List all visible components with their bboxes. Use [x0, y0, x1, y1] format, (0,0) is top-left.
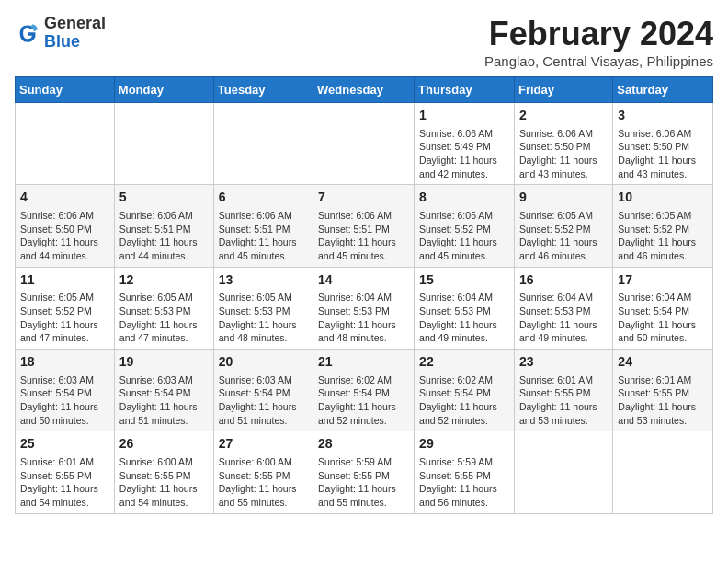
- calendar-cell: 15Sunrise: 6:04 AM Sunset: 5:53 PM Dayli…: [415, 267, 515, 349]
- day-info: Sunrise: 6:04 AM Sunset: 5:53 PM Dayligh…: [318, 291, 409, 345]
- calendar-cell: 27Sunrise: 6:00 AM Sunset: 5:55 PM Dayli…: [213, 431, 313, 513]
- calendar-cell: 16Sunrise: 6:04 AM Sunset: 5:53 PM Dayli…: [514, 267, 612, 349]
- calendar-cell: 4Sunrise: 6:06 AM Sunset: 5:50 PM Daylig…: [16, 185, 115, 267]
- day-info: Sunrise: 6:06 AM Sunset: 5:49 PM Dayligh…: [419, 127, 509, 181]
- day-number: 1: [419, 107, 509, 125]
- col-header-thursday: Thursday: [415, 77, 515, 103]
- logo-blue: Blue: [44, 33, 106, 52]
- day-number: 27: [219, 435, 308, 454]
- day-number: 22: [419, 353, 509, 372]
- day-number: 16: [519, 271, 608, 290]
- col-header-sunday: Sunday: [16, 77, 115, 103]
- day-info: Sunrise: 6:06 AM Sunset: 5:51 PM Dayligh…: [219, 209, 308, 263]
- day-info: Sunrise: 6:03 AM Sunset: 5:54 PM Dayligh…: [219, 373, 308, 428]
- calendar-cell: 9Sunrise: 6:05 AM Sunset: 5:52 PM Daylig…: [514, 185, 612, 267]
- day-info: Sunrise: 6:02 AM Sunset: 5:54 PM Dayligh…: [419, 373, 509, 428]
- calendar-cell: 24Sunrise: 6:01 AM Sunset: 5:55 PM Dayli…: [613, 350, 713, 431]
- day-number: 23: [519, 353, 608, 372]
- calendar-cell: [16, 103, 115, 185]
- day-info: Sunrise: 6:05 AM Sunset: 5:52 PM Dayligh…: [618, 209, 708, 263]
- calendar-cell: [613, 431, 713, 513]
- day-number: 29: [419, 435, 509, 454]
- calendar-cell: 17Sunrise: 6:04 AM Sunset: 5:54 PM Dayli…: [613, 267, 713, 349]
- day-number: 3: [618, 107, 708, 125]
- day-number: 25: [20, 435, 109, 454]
- logo-general: General: [44, 15, 106, 33]
- calendar-cell: 13Sunrise: 6:05 AM Sunset: 5:53 PM Dayli…: [213, 267, 313, 349]
- calendar-cell: 29Sunrise: 5:59 AM Sunset: 5:55 PM Dayli…: [415, 431, 515, 513]
- day-number: 8: [419, 189, 509, 207]
- day-info: Sunrise: 6:01 AM Sunset: 5:55 PM Dayligh…: [20, 455, 109, 510]
- calendar-cell: 14Sunrise: 6:04 AM Sunset: 5:53 PM Dayli…: [313, 267, 415, 349]
- day-number: 15: [419, 271, 509, 290]
- calendar-cell: 10Sunrise: 6:05 AM Sunset: 5:52 PM Dayli…: [613, 185, 713, 267]
- calendar-cell: 21Sunrise: 6:02 AM Sunset: 5:54 PM Dayli…: [313, 350, 415, 431]
- day-info: Sunrise: 6:04 AM Sunset: 5:53 PM Dayligh…: [419, 291, 509, 345]
- day-number: 21: [318, 353, 409, 372]
- day-info: Sunrise: 6:05 AM Sunset: 5:52 PM Dayligh…: [20, 291, 109, 345]
- day-number: 13: [219, 271, 308, 290]
- day-info: Sunrise: 6:05 AM Sunset: 5:53 PM Dayligh…: [119, 291, 209, 345]
- day-number: 10: [618, 189, 708, 207]
- day-info: Sunrise: 6:06 AM Sunset: 5:50 PM Dayligh…: [519, 127, 608, 181]
- calendar-cell: [213, 103, 313, 185]
- calendar-cell: 20Sunrise: 6:03 AM Sunset: 5:54 PM Dayli…: [213, 350, 313, 431]
- day-info: Sunrise: 6:01 AM Sunset: 5:55 PM Dayligh…: [519, 373, 608, 428]
- calendar-cell: 23Sunrise: 6:01 AM Sunset: 5:55 PM Dayli…: [514, 350, 612, 431]
- day-info: Sunrise: 5:59 AM Sunset: 5:55 PM Dayligh…: [419, 455, 509, 510]
- day-info: Sunrise: 6:03 AM Sunset: 5:54 PM Dayligh…: [119, 373, 209, 428]
- calendar-cell: 11Sunrise: 6:05 AM Sunset: 5:52 PM Dayli…: [16, 267, 115, 349]
- day-number: 20: [219, 353, 308, 372]
- calendar-title: February 2024: [484, 15, 713, 53]
- day-number: 26: [119, 435, 209, 454]
- day-number: 17: [618, 271, 708, 290]
- title-area: February 2024 Panglao, Central Visayas, …: [484, 15, 713, 69]
- day-info: Sunrise: 6:04 AM Sunset: 5:53 PM Dayligh…: [519, 291, 608, 345]
- day-number: 9: [519, 189, 608, 207]
- day-info: Sunrise: 6:06 AM Sunset: 5:52 PM Dayligh…: [419, 209, 509, 263]
- day-number: 24: [618, 353, 708, 372]
- calendar-cell: 1Sunrise: 6:06 AM Sunset: 5:49 PM Daylig…: [415, 103, 515, 185]
- calendar-cell: 6Sunrise: 6:06 AM Sunset: 5:51 PM Daylig…: [213, 185, 313, 267]
- day-number: 5: [119, 189, 209, 207]
- day-info: Sunrise: 6:06 AM Sunset: 5:51 PM Dayligh…: [318, 209, 409, 263]
- calendar-cell: 3Sunrise: 6:06 AM Sunset: 5:50 PM Daylig…: [613, 103, 713, 185]
- calendar-cell: 28Sunrise: 5:59 AM Sunset: 5:55 PM Dayli…: [313, 431, 415, 513]
- day-info: Sunrise: 5:59 AM Sunset: 5:55 PM Dayligh…: [318, 455, 409, 510]
- calendar-cell: 25Sunrise: 6:01 AM Sunset: 5:55 PM Dayli…: [16, 431, 115, 513]
- day-number: 7: [318, 189, 409, 207]
- day-info: Sunrise: 6:00 AM Sunset: 5:55 PM Dayligh…: [119, 455, 209, 510]
- day-info: Sunrise: 6:00 AM Sunset: 5:55 PM Dayligh…: [219, 455, 308, 510]
- calendar-cell: 18Sunrise: 6:03 AM Sunset: 5:54 PM Dayli…: [16, 350, 115, 431]
- day-number: 4: [20, 189, 109, 207]
- day-number: 19: [119, 353, 209, 372]
- day-info: Sunrise: 6:04 AM Sunset: 5:54 PM Dayligh…: [618, 291, 708, 345]
- col-header-monday: Monday: [114, 77, 213, 103]
- day-info: Sunrise: 6:05 AM Sunset: 5:53 PM Dayligh…: [219, 291, 308, 345]
- calendar-cell: 5Sunrise: 6:06 AM Sunset: 5:51 PM Daylig…: [114, 185, 213, 267]
- day-number: 11: [20, 271, 109, 290]
- day-number: 12: [119, 271, 209, 290]
- day-info: Sunrise: 6:06 AM Sunset: 5:51 PM Dayligh…: [119, 209, 209, 263]
- calendar-cell: [313, 103, 415, 185]
- col-header-saturday: Saturday: [613, 77, 713, 103]
- logo: General Blue: [15, 15, 106, 52]
- calendar-cell: 2Sunrise: 6:06 AM Sunset: 5:50 PM Daylig…: [514, 103, 612, 185]
- calendar-cell: 26Sunrise: 6:00 AM Sunset: 5:55 PM Dayli…: [114, 431, 213, 513]
- day-number: 18: [20, 353, 109, 372]
- calendar-table: SundayMondayTuesdayWednesdayThursdayFrid…: [15, 76, 713, 514]
- day-info: Sunrise: 6:06 AM Sunset: 5:50 PM Dayligh…: [20, 209, 109, 263]
- day-number: 28: [318, 435, 409, 454]
- calendar-cell: [114, 103, 213, 185]
- col-header-friday: Friday: [514, 77, 612, 103]
- day-info: Sunrise: 6:05 AM Sunset: 5:52 PM Dayligh…: [519, 209, 608, 263]
- day-number: 14: [318, 271, 409, 290]
- day-number: 6: [219, 189, 308, 207]
- calendar-cell: 22Sunrise: 6:02 AM Sunset: 5:54 PM Dayli…: [415, 350, 515, 431]
- col-header-tuesday: Tuesday: [213, 77, 313, 103]
- calendar-cell: 7Sunrise: 6:06 AM Sunset: 5:51 PM Daylig…: [313, 185, 415, 267]
- day-info: Sunrise: 6:01 AM Sunset: 5:55 PM Dayligh…: [618, 373, 708, 428]
- day-number: 2: [519, 107, 608, 125]
- day-info: Sunrise: 6:02 AM Sunset: 5:54 PM Dayligh…: [318, 373, 409, 428]
- calendar-cell: [514, 431, 612, 513]
